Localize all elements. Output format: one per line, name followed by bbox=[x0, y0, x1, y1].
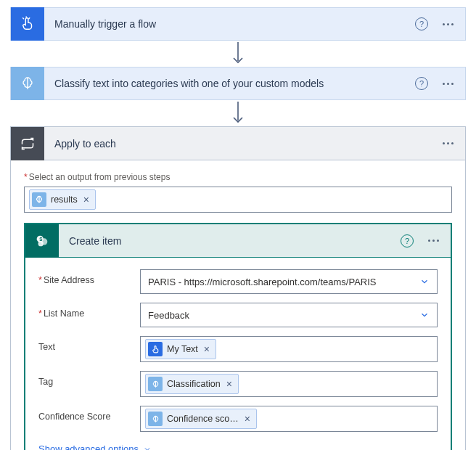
token-remove-icon[interactable]: × bbox=[225, 379, 234, 389]
text-field[interactable]: My Text × bbox=[140, 336, 438, 362]
more-menu-icon[interactable] bbox=[440, 20, 456, 28]
touch-icon bbox=[148, 342, 163, 356]
token-remove-icon[interactable]: × bbox=[82, 195, 91, 205]
step-classify-card[interactable]: Classify text into categories with one o… bbox=[10, 67, 466, 100]
connector-arrow bbox=[10, 100, 466, 126]
brain-icon bbox=[32, 192, 46, 207]
step-title: Apply to each bbox=[44, 138, 440, 150]
create-item-header[interactable]: S Create item ? bbox=[25, 224, 451, 258]
token-label: Confidence sco… bbox=[167, 414, 239, 424]
touch-icon bbox=[11, 7, 44, 41]
token-my-text[interactable]: My Text × bbox=[145, 339, 216, 359]
step-title: Manually trigger a flow bbox=[44, 18, 415, 30]
step-title: Classify text into categories with one o… bbox=[44, 78, 415, 89]
token-results[interactable]: results × bbox=[29, 189, 96, 210]
select-output-label: Select an output from previous steps bbox=[24, 172, 452, 182]
tag-field[interactable]: Classification × bbox=[140, 371, 438, 397]
connector-arrow bbox=[10, 41, 466, 67]
token-remove-icon[interactable]: × bbox=[202, 344, 211, 354]
more-menu-icon[interactable] bbox=[440, 139, 456, 147]
confidence-label: Confidence Score bbox=[38, 406, 140, 422]
brain-icon bbox=[148, 412, 163, 426]
svg-point-4 bbox=[38, 241, 44, 246]
text-label: Text bbox=[38, 336, 140, 352]
more-menu-icon[interactable] bbox=[425, 237, 442, 245]
show-advanced-link[interactable]: Show advanced options bbox=[38, 443, 152, 450]
token-label: Classification bbox=[167, 379, 221, 389]
step-trigger-card[interactable]: Manually trigger a flow ? bbox=[10, 7, 466, 41]
site-address-value: PARIS - https://microsoft.sharepoint.com… bbox=[148, 277, 377, 287]
site-address-dropdown[interactable]: PARIS - https://microsoft.sharepoint.com… bbox=[140, 269, 438, 294]
token-remove-icon[interactable]: × bbox=[243, 414, 252, 424]
help-icon[interactable]: ? bbox=[401, 234, 414, 248]
chevron-down-icon bbox=[419, 277, 430, 287]
list-name-value: Feedback bbox=[148, 310, 189, 321]
chevron-down-icon bbox=[143, 445, 152, 451]
list-name-dropdown[interactable]: Feedback bbox=[140, 303, 438, 327]
apply-to-each-header[interactable]: Apply to each bbox=[11, 127, 465, 160]
brain-icon bbox=[11, 67, 44, 100]
create-item-card: S Create item ? Site Address PARIS - htt… bbox=[24, 223, 452, 450]
help-icon[interactable]: ? bbox=[415, 17, 428, 30]
help-icon[interactable]: ? bbox=[415, 77, 428, 90]
show-advanced-label: Show advanced options bbox=[38, 443, 139, 450]
site-address-label: Site Address bbox=[38, 269, 140, 285]
token-label: results bbox=[51, 195, 78, 205]
svg-text:S: S bbox=[39, 237, 43, 242]
brain-icon bbox=[148, 377, 163, 391]
apply-to-each-container: Apply to each Select an output from prev… bbox=[10, 126, 466, 450]
token-label: My Text bbox=[167, 344, 198, 354]
sharepoint-icon: S bbox=[25, 224, 59, 258]
tag-label: Tag bbox=[38, 371, 140, 387]
loop-icon bbox=[11, 127, 44, 160]
token-confidence[interactable]: Confidence sco… × bbox=[145, 409, 257, 429]
step-title: Create item bbox=[59, 235, 401, 247]
more-menu-icon[interactable] bbox=[440, 80, 456, 88]
confidence-field[interactable]: Confidence sco… × bbox=[140, 406, 438, 432]
list-name-label: List Name bbox=[38, 303, 140, 319]
token-classification[interactable]: Classification × bbox=[145, 374, 239, 394]
select-output-field[interactable]: results × bbox=[24, 187, 452, 213]
chevron-down-icon bbox=[419, 310, 430, 320]
